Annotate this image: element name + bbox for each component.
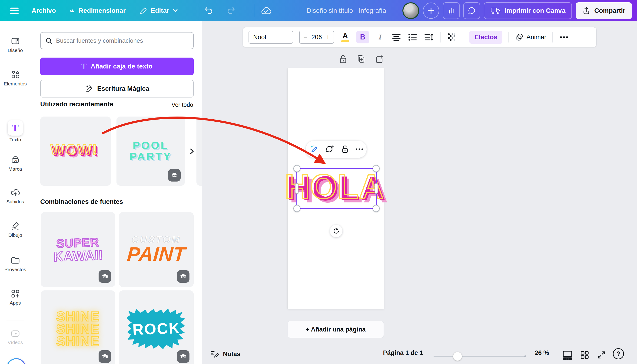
apps-icon xyxy=(0,288,31,299)
text-align-button[interactable] xyxy=(391,31,401,44)
zoom-slider[interactable] xyxy=(434,352,527,361)
effects-button[interactable]: Efectos xyxy=(469,31,502,44)
thumbnail-grid-button[interactable] xyxy=(580,350,590,360)
resize-button[interactable]: Redimensionar xyxy=(69,7,126,14)
text-color-button[interactable]: A xyxy=(340,31,350,44)
sidebar-item-projects[interactable]: Proyectos xyxy=(0,255,31,272)
recent-style-wow[interactable]: WOW! WOW! xyxy=(40,116,111,186)
ellipsis-icon xyxy=(355,148,363,150)
zoom-level[interactable]: 26 % xyxy=(535,350,549,356)
main-menu-button[interactable] xyxy=(9,6,20,15)
rotate-icon xyxy=(333,228,340,234)
magic-write-label: Escritura Mágica xyxy=(97,85,149,92)
sidebar-item-design[interactable]: Diseño xyxy=(0,36,31,53)
comments-button[interactable] xyxy=(463,2,480,19)
crown-icon xyxy=(69,8,75,14)
active-tab-highlight: T xyxy=(8,120,23,136)
font-combos-heading: Combinaciones de fuentes xyxy=(40,198,123,206)
resize-label: Redimensionar xyxy=(79,7,126,14)
element-more-button[interactable] xyxy=(355,148,363,150)
divider xyxy=(198,4,198,17)
comment-element-button[interactable] xyxy=(325,144,335,154)
add-page-button[interactable]: + Añadir una página xyxy=(288,321,384,338)
notes-button[interactable]: Notas xyxy=(210,350,240,359)
grid-view-button[interactable] xyxy=(562,350,573,360)
transparency-button[interactable] xyxy=(447,31,457,44)
edit-menu-button[interactable]: Editar xyxy=(139,6,178,15)
combo-card-super-kawaii[interactable]: SUPER KAWAII xyxy=(41,212,115,287)
sidebar-item-elements[interactable]: Elementos xyxy=(0,70,31,86)
file-menu-button[interactable]: Archivo xyxy=(32,7,56,14)
italic-button[interactable]: I xyxy=(375,31,385,44)
zoom-slider-thumb[interactable] xyxy=(453,352,462,361)
resize-handle-top-right[interactable] xyxy=(373,165,380,172)
print-with-canva-button[interactable]: Imprimir con Canva xyxy=(484,2,572,19)
magic-pencil-icon xyxy=(309,144,319,154)
ai-assistant-button[interactable] xyxy=(7,358,26,364)
decrease-font-size-button[interactable]: − xyxy=(303,34,307,41)
search-input[interactable] xyxy=(40,32,194,49)
sidebar: Diseño Elementos T Texto co Marca Subido… xyxy=(0,21,31,364)
magic-edit-button[interactable] xyxy=(309,144,319,154)
animate-button[interactable]: Animar xyxy=(515,33,547,41)
add-member-button[interactable] xyxy=(423,2,439,19)
bullet-list-button[interactable] xyxy=(407,31,418,44)
sidebar-item-text[interactable]: T Texto xyxy=(0,120,31,142)
bar-chart-icon xyxy=(447,6,456,15)
page-indicator: Página 1 de 1 xyxy=(378,350,423,356)
insights-button[interactable] xyxy=(443,2,460,19)
education-badge xyxy=(177,350,189,363)
undo-button[interactable] xyxy=(204,6,214,16)
animate-icon xyxy=(515,33,524,41)
redo-button[interactable] xyxy=(226,6,236,16)
font-family-select[interactable]: Noot xyxy=(249,31,293,44)
avatar[interactable] xyxy=(402,2,419,19)
resize-handle-bottom-left[interactable] xyxy=(293,205,300,212)
rotate-handle[interactable] xyxy=(330,225,342,237)
scroll-right-button[interactable] xyxy=(187,147,197,156)
divider xyxy=(463,32,463,42)
resize-handle-top-left[interactable] xyxy=(293,165,300,172)
sidebar-item-videos[interactable]: Vídeos xyxy=(0,329,31,345)
bold-button[interactable]: B xyxy=(356,31,369,44)
ellipsis-icon xyxy=(560,36,568,38)
expand-icon xyxy=(596,350,606,360)
divider xyxy=(552,32,553,42)
pages-strip-icon xyxy=(562,350,573,360)
add-page-icon-button[interactable] xyxy=(374,54,384,64)
help-button[interactable]: ? xyxy=(613,348,624,359)
resize-handle-left[interactable] xyxy=(295,183,299,194)
combo-card-shine[interactable]: SHINE SHINE SHINE xyxy=(41,290,115,364)
sidebar-item-uploads[interactable]: Subidos xyxy=(0,187,31,204)
magic-write-button[interactable]: Escritura Mágica xyxy=(40,80,194,98)
page-controls xyxy=(338,54,384,64)
folder-icon xyxy=(0,255,31,265)
add-text-box-button[interactable]: T Añadir caja de texto xyxy=(40,58,194,75)
zoom-slider-track[interactable] xyxy=(434,356,525,357)
recent-style-pool-party[interactable]: POOL PARTY xyxy=(116,116,185,186)
design-icon xyxy=(0,36,31,46)
line-spacing-button[interactable] xyxy=(424,31,434,44)
super-kawaii-sample-text: SUPER KAWAII xyxy=(53,235,103,264)
more-options-button[interactable] xyxy=(559,31,569,44)
redo-icon xyxy=(226,6,236,16)
resize-handle-right[interactable] xyxy=(374,183,378,194)
font-size-value[interactable]: 206 xyxy=(311,34,322,41)
lock-page-button[interactable] xyxy=(338,54,348,64)
increase-font-size-button[interactable]: + xyxy=(326,34,330,41)
sidebar-item-apps[interactable]: Apps xyxy=(0,288,31,306)
text-color-letter: A xyxy=(343,32,348,39)
combo-card-custom-paint[interactable]: CUSTOM PAINT xyxy=(119,212,194,287)
resize-handle-bottom-right[interactable] xyxy=(373,205,380,212)
design-title[interactable]: Diseño sin título - Infografía xyxy=(277,0,416,21)
animate-label: Animar xyxy=(527,34,547,41)
see-all-link[interactable]: Ver todo xyxy=(171,102,193,108)
share-button[interactable]: Compartir xyxy=(576,2,632,19)
sidebar-item-draw[interactable]: Dibujo xyxy=(0,221,31,238)
lock-open-icon xyxy=(341,144,349,154)
combo-card-rock[interactable]: ROCK xyxy=(119,290,194,364)
lock-element-button[interactable] xyxy=(341,144,349,154)
duplicate-page-button[interactable] xyxy=(356,54,366,64)
fullscreen-button[interactable] xyxy=(596,350,606,360)
sidebar-item-brand[interactable]: co Marca xyxy=(0,154,31,172)
